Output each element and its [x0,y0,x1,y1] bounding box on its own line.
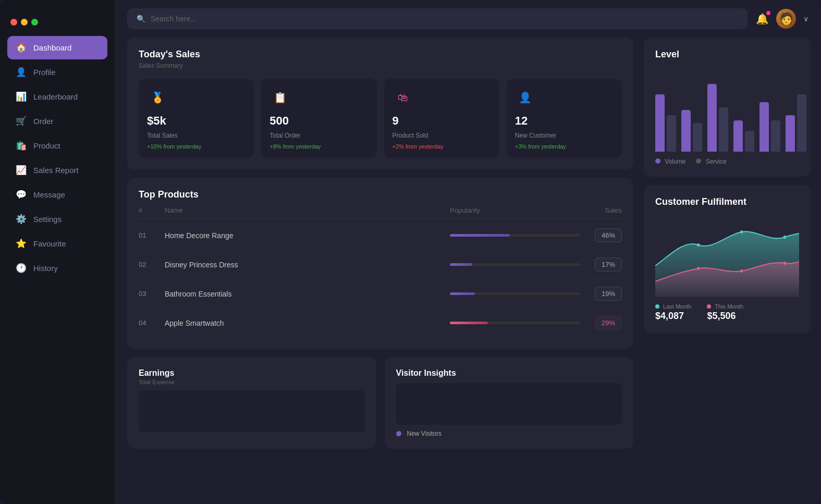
history-icon: 🕐 [16,263,26,274]
maximize-button[interactable] [31,19,38,26]
pink-dot [783,262,787,265]
table-row: 03 Bathroom Essentials 19% [139,279,622,309]
sidebar-item-label: Dashboard [33,43,71,52]
bar-fill [450,322,488,324]
table-row: 01 Home Decore Range 46% [139,221,622,250]
sales-badge: 17% [595,257,622,272]
row-name: Disney Princess Dress [165,261,450,269]
service-bar [693,123,702,152]
close-button[interactable] [10,19,17,26]
row-num: 04 [139,319,165,327]
this-month-value: $5,506 [707,311,743,322]
row-num: 02 [139,261,165,268]
sidebar-item-label: Leaderboard [33,92,78,101]
chart-legend: Volume Service [655,158,799,165]
sidebar-item-dashboard[interactable]: 🏠 Dashboard [7,36,107,59]
table-header: # Name Popularity Sales [139,202,622,219]
avatar[interactable]: 🧑 [776,9,796,29]
level-card: Level Volume [644,38,811,177]
service-bar [797,94,806,152]
total-order-card: 📋 500 Total Order +8% from yesterday [261,79,376,158]
sidebar-item-history[interactable]: 🕐 History [7,256,107,280]
window-controls [0,10,115,36]
todays-sales-card: Today's Sales Sales Summary 🏅 $5k Total … [127,38,633,169]
sidebar-item-leaderboard[interactable]: 📊 Leaderboard [7,85,107,108]
settings-icon: ⚙️ [16,214,26,225]
bar-group [786,94,806,152]
pink-dot [697,267,700,270]
sidebar-item-message[interactable]: 💬 Message [7,183,107,206]
fulfilment-stats: Last Month $4,087 This Month $5,506 [655,303,799,322]
table-row: 02 Disney Princess Dress 17% [139,250,622,279]
sales-badge: 19% [595,287,622,301]
product-sold-icon: 🛍 [393,87,413,108]
total-sales-value: $5k [147,114,246,128]
earnings-chart [139,390,365,432]
new-visitors-dot [396,431,401,436]
notification-badge [766,11,770,15]
bar-group [707,84,728,152]
sidebar-item-product[interactable]: 🛍️ Product [7,134,107,157]
right-panel: Level Volume [644,38,821,504]
service-bar [771,120,780,152]
volume-dot [655,158,660,164]
sidebar-item-favourite[interactable]: ⭐ Favourite [7,232,107,255]
chevron-down-icon[interactable]: ∨ [803,15,808,23]
topbar: 🔍 Search here... 🔔 🧑 ∨ [115,0,821,38]
todays-sales-subtitle: Sales Summary [139,62,622,69]
row-name: Apple Smartwatch [165,319,450,327]
total-order-value: 500 [269,114,368,128]
last-month-value: $4,087 [655,311,691,322]
total-sales-change: +10% from yesterday [147,143,246,150]
this-month-stat: This Month $5,506 [707,303,743,322]
new-customer-card: 👤 12 New Customer +3% from yesterday [507,79,622,158]
sidebar-item-label: Settings [33,215,62,224]
search-bar[interactable]: 🔍 Search here... [127,8,748,29]
volume-bar [655,94,665,152]
legend-volume: Volume [655,158,685,165]
bar-group [759,102,780,152]
earnings-subtitle: Total Expense [139,379,365,385]
main-area: 🔍 Search here... 🔔 🧑 ∨ Today's Sales Sal… [115,0,821,504]
bar-group [655,94,676,152]
row-name: Bathroom Essentials [165,290,450,298]
volume-bar [681,110,691,152]
pink-dot [740,269,743,273]
popularity-bar [450,263,580,266]
service-dot [696,158,701,164]
new-customer-change: +3% from yesterday [515,143,614,150]
popularity-bar [450,322,580,324]
sidebar-item-order[interactable]: 🛒 Order [7,109,107,133]
sales-badge: 29% [595,316,622,330]
visitor-insights-card: Visitor Insights New Visitors [385,357,634,449]
legend-service: Service [696,158,726,165]
volume-bar [759,102,769,152]
bar-group [733,120,754,152]
product-sold-label: Product Sold [393,132,491,139]
col-header-popularity: Popularity [450,206,580,214]
bar-fill [450,234,510,237]
service-bar [719,107,728,152]
dashboard-icon: 🏠 [16,42,26,53]
popularity-bar [450,234,580,237]
content-area: Today's Sales Sales Summary 🏅 $5k Total … [115,38,821,504]
fulfilment-svg [655,214,799,297]
top-products-title: Top Products [139,189,622,200]
sidebar-item-sales-report[interactable]: 📈 Sales Report [7,158,107,182]
last-month-stat: Last Month $4,087 [655,303,691,322]
volume-bar [786,115,795,152]
service-bar [667,115,676,152]
search-icon: 🔍 [137,15,145,23]
row-num: 01 [139,231,165,239]
sidebar-item-settings[interactable]: ⚙️ Settings [7,207,107,231]
sidebar-item-label: Sales Report [33,166,79,175]
sidebar-item-profile[interactable]: 👤 Profile [7,60,107,84]
notification-bell[interactable]: 🔔 [756,13,769,25]
minimize-button[interactable] [21,19,28,26]
visitor-legend: New Visitors [396,430,622,437]
customer-fulfilment-card: Customer Fulfilment [644,185,811,333]
sales-cards-grid: 🏅 $5k Total Sales +10% from yesterday 📋 … [139,79,622,158]
total-order-label: Total Order [269,132,368,139]
area-chart [655,214,799,297]
todays-sales-title: Today's Sales [139,49,622,60]
